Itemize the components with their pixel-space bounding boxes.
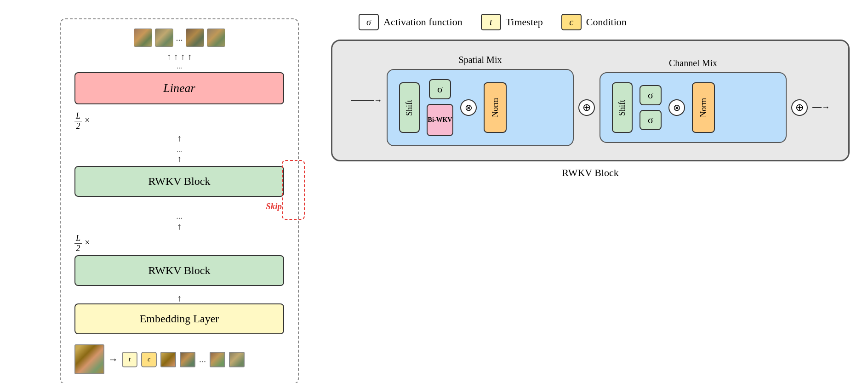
patch-2 bbox=[155, 29, 173, 47]
sigma-top-label: σ bbox=[437, 83, 443, 95]
patch-1 bbox=[134, 29, 152, 47]
t-token: t bbox=[122, 352, 137, 367]
channel-sigma-top: σ bbox=[640, 85, 662, 105]
spatial-norm-label: Norm bbox=[491, 98, 500, 117]
dots-mid: ... bbox=[74, 145, 284, 154]
input-line: → bbox=[351, 96, 382, 105]
spatial-mix-block: Shift σ Bi-WKV bbox=[387, 69, 574, 146]
biwkv-box: Bi-WKV bbox=[427, 104, 453, 136]
timestep-label: Timestep bbox=[506, 16, 543, 28]
rwkv-block-caption: RWKV Block bbox=[331, 167, 850, 179]
c-token-label: c bbox=[148, 356, 150, 363]
skip-region: Skip bbox=[74, 201, 284, 212]
arrow-up-1: ↑ bbox=[74, 133, 284, 143]
channel-sigma-bottom-label: σ bbox=[648, 114, 653, 126]
condition-box: c bbox=[561, 14, 582, 30]
condition-label: Condition bbox=[586, 16, 627, 28]
timestep-box: t bbox=[481, 14, 501, 30]
linear-box: Linear bbox=[74, 72, 284, 104]
spatial-mix-wrapper: Spatial Mix Shift σ bbox=[387, 55, 574, 146]
channel-norm-box: Norm bbox=[692, 82, 715, 133]
patch-token-2 bbox=[180, 352, 195, 367]
main-container: ... ↑ ↑ ↑ ↑ ... Linear bbox=[9, 9, 859, 383]
dots-input: ... bbox=[199, 354, 206, 365]
patch-token-4 bbox=[229, 352, 245, 367]
input-row: → t c ... bbox=[74, 344, 284, 374]
spatial-sigma-biwkv: σ Bi-WKV bbox=[427, 79, 453, 136]
c-token: c bbox=[141, 352, 157, 367]
rwkv-detail-wrapper: → Spatial Mix Shift bbox=[331, 40, 850, 179]
channel-norm-label: Norm bbox=[699, 98, 708, 117]
patch-3 bbox=[186, 29, 204, 47]
legend-row: σ Activation function t Timestep c Condi… bbox=[331, 14, 850, 30]
channel-sigma-top-label: σ bbox=[648, 89, 653, 101]
legend-condition: c Condition bbox=[561, 14, 627, 30]
t-symbol: t bbox=[490, 17, 492, 28]
patch-token-3 bbox=[210, 352, 225, 367]
left-diagram: ... ↑ ↑ ↑ ↑ ... Linear bbox=[9, 9, 313, 383]
arrow-to-linear: ↑ ↑ ↑ ↑ bbox=[74, 51, 284, 62]
linear-label: Linear bbox=[163, 81, 195, 95]
skip-label-container: Skip bbox=[74, 201, 282, 212]
spatial-shift-label: Shift bbox=[405, 100, 414, 116]
channel-shift-label: Shift bbox=[617, 100, 627, 116]
plus-between: ⊕ bbox=[578, 99, 595, 116]
spatial-sigma-top: σ bbox=[429, 79, 451, 99]
multiply-symbol: ⊗ bbox=[465, 102, 473, 113]
spatial-shift-box: Shift bbox=[399, 82, 420, 133]
channel-sigma-bottom: σ bbox=[640, 110, 662, 130]
mid-dots: ... bbox=[74, 212, 284, 221]
sigma-symbol: σ bbox=[366, 17, 371, 28]
plus-symbol-1: ⊕ bbox=[582, 102, 591, 114]
dots-top: ... bbox=[176, 29, 183, 47]
embedding-label: Embedding Layer bbox=[140, 313, 219, 325]
skip-label: Skip bbox=[266, 201, 282, 211]
channel-multiply-symbol: ⊗ bbox=[673, 102, 681, 113]
spatial-mix-title: Spatial Mix bbox=[387, 55, 574, 65]
top-patches-row: ... bbox=[74, 29, 284, 47]
l2-label-bottom: L2 × bbox=[74, 234, 284, 253]
plus-symbol-2: ⊕ bbox=[795, 102, 804, 114]
middle-section: L2 × ↑ ... ↑ RWKV Block bbox=[74, 111, 284, 340]
skip-dashed-box bbox=[282, 160, 305, 220]
activation-label: Activation function bbox=[383, 16, 463, 28]
input-arrow: → bbox=[108, 354, 118, 366]
input-image bbox=[74, 344, 104, 374]
biwkv-label: Bi-WKV bbox=[428, 116, 452, 124]
arrow-up-3: ↑ bbox=[74, 221, 284, 232]
plus-circle-2: ⊕ bbox=[791, 99, 808, 116]
channel-mix-wrapper: Channel Mix Shift σ bbox=[600, 58, 787, 143]
rwkv-block-bottom: RWKV Block bbox=[74, 255, 284, 286]
c-symbol: c bbox=[569, 17, 573, 28]
embedding-box: Embedding Layer bbox=[74, 303, 284, 334]
dots-arrows: ... bbox=[74, 62, 284, 70]
rwkv-block-caption-text: RWKV Block bbox=[562, 167, 619, 178]
spatial-multiply: ⊗ bbox=[460, 99, 477, 116]
right-diagram: σ Activation function t Timestep c Condi… bbox=[322, 9, 859, 383]
input-arrow-right: → bbox=[374, 96, 382, 105]
channel-shift-box: Shift bbox=[612, 82, 633, 133]
output-line-horiz bbox=[812, 107, 822, 108]
spatial-mix-title-text: Spatial Mix bbox=[459, 55, 502, 65]
legend-activation: σ Activation function bbox=[359, 14, 463, 30]
l2-label-top: L2 × bbox=[74, 111, 284, 131]
arrow-to-embedding: ↑ bbox=[74, 293, 284, 303]
rwkv-block-top: RWKV Block bbox=[74, 166, 284, 197]
channel-mix-block: Shift σ σ bbox=[600, 72, 787, 143]
input-line-horiz bbox=[351, 100, 374, 101]
dashed-outer-box: ... ↑ ↑ ↑ ↑ ... Linear bbox=[60, 18, 299, 383]
rwkv-diagram: → Spatial Mix Shift bbox=[331, 40, 850, 161]
channel-mix-title: Channel Mix bbox=[600, 58, 787, 69]
rwkv-block-top-label: RWKV Block bbox=[148, 175, 211, 187]
output-arrow: → bbox=[822, 103, 830, 112]
spatial-norm-box: Norm bbox=[484, 82, 507, 133]
arrow-up-2: ↑ bbox=[74, 154, 284, 164]
channel-sigma-col: σ σ bbox=[640, 85, 662, 130]
plus-circle-1: ⊕ bbox=[578, 99, 595, 116]
plus-end: ⊕ bbox=[791, 99, 808, 116]
blocks-column: L2 × ↑ ... ↑ RWKV Block bbox=[74, 111, 284, 340]
diagram-row: ... ↑ ↑ ↑ ↑ ... Linear bbox=[9, 9, 859, 383]
output-line: → bbox=[812, 103, 830, 112]
activation-box: σ bbox=[359, 14, 379, 30]
l2-fraction-top: L2 × bbox=[74, 111, 91, 131]
